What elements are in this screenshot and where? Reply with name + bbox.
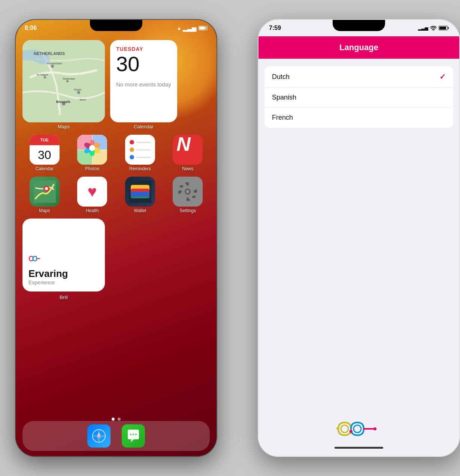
brill-widget-label: Brill: [60, 295, 68, 300]
wifi-icon-right: [430, 25, 437, 31]
app-icon-wrap-reminders: Reminders: [118, 135, 162, 171]
dock: [22, 421, 210, 451]
svg-text:Essen: Essen: [74, 88, 82, 91]
wallet-app-icon[interactable]: [125, 177, 155, 207]
signal-icon-right: ▂▃▅: [418, 25, 428, 31]
maps-icon-svg: [33, 180, 56, 203]
apps-row-2: Maps ♥ Health: [22, 177, 210, 213]
brill-logo-small-svg: [28, 255, 40, 262]
language-header: Language: [258, 36, 459, 59]
reminder-3: [130, 155, 151, 159]
svg-point-50: [341, 425, 348, 433]
calendar-widget[interactable]: TUESDAY 30 No more events today: [110, 40, 177, 122]
svg-text:Amsterdam: Amsterdam: [47, 62, 62, 65]
svg-point-54: [349, 430, 352, 433]
page-dots: [112, 418, 121, 421]
french-label: French: [272, 114, 293, 122]
calendar-app-label: Calendar: [35, 166, 54, 171]
reminder-line-2: [136, 149, 151, 150]
svg-point-19: [89, 145, 95, 151]
maps-app-icon[interactable]: [30, 177, 60, 207]
svg-point-53: [373, 427, 376, 430]
settings-gear-svg: [178, 182, 197, 201]
battery-body-right: [439, 26, 448, 30]
wifi-icon-left: ∎: [178, 25, 181, 31]
app-icon-wrap-calendar: TUE 30 Calendar: [22, 135, 67, 171]
reminders-app-label: Reminders: [129, 166, 151, 171]
svg-text:Brussels: Brussels: [56, 100, 70, 104]
time-right: 7:59: [269, 25, 281, 31]
brill-widget[interactable]: Ervaring Experience: [22, 219, 105, 292]
wallet-app-label: Wallet: [134, 208, 146, 213]
svg-rect-20: [33, 180, 56, 203]
battery-icon-left: [199, 26, 208, 30]
maps-app-label: Maps: [39, 208, 50, 213]
settings-app-icon[interactable]: [173, 177, 203, 207]
reminder-dot-1: [130, 140, 134, 144]
news-n-icon: N: [176, 135, 191, 155]
lang-bottom: [258, 408, 459, 456]
svg-text:Rotterdam: Rotterdam: [63, 77, 75, 80]
app-icon-wrap-maps: Maps: [22, 177, 67, 213]
language-item-spanish[interactable]: Spanish: [264, 88, 453, 108]
reminder-dot-2: [130, 147, 134, 152]
messages-dock-icon[interactable]: [122, 424, 145, 448]
notch-left: [90, 20, 142, 31]
svg-point-46: [130, 434, 131, 435]
svg-point-48: [135, 434, 137, 435]
settings-app-label: Settings: [180, 208, 196, 213]
brill-logo-large: [336, 419, 381, 439]
maps-widget-label: Maps: [58, 124, 70, 129]
news-app-icon[interactable]: N: [173, 135, 203, 165]
reminder-2: [130, 147, 151, 152]
time-left: 8:06: [25, 25, 37, 31]
maps-widget[interactable]: NETHERLANDS Amsterdam he Hague Rotterdam…: [22, 40, 105, 122]
home-screen: NETHERLANDS Amsterdam he Hague Rotterdam…: [16, 36, 217, 456]
apps-row-1: TUE 30 Calendar: [22, 135, 210, 171]
svg-rect-38: [180, 185, 183, 187]
svg-point-4: [77, 91, 80, 94]
notch-right: [333, 20, 385, 31]
app-icon-wrap-photos: Photos: [70, 135, 115, 171]
battery-fill-left: [199, 27, 205, 30]
health-app-icon[interactable]: ♥: [77, 177, 107, 207]
calendar-app-icon[interactable]: TUE 30: [30, 135, 60, 165]
page-dot-2: [118, 418, 121, 421]
dutch-checkmark: ✓: [439, 72, 446, 81]
svg-point-47: [133, 434, 134, 435]
brill-widget-title: Ervaring: [28, 268, 99, 280]
svg-point-51: [354, 425, 361, 433]
photos-flower-svg: [83, 139, 102, 158]
reminder-line-3: [136, 157, 151, 158]
safari-dock-icon[interactable]: [87, 424, 111, 448]
svg-point-29: [186, 190, 190, 193]
calendar-app-date: 30: [38, 145, 51, 165]
spanish-label: Spanish: [272, 94, 296, 101]
svg-point-3: [66, 80, 69, 82]
language-item-french[interactable]: French: [264, 108, 453, 128]
svg-point-49: [433, 30, 434, 31]
status-icons-left: ∎ ▂▃▅: [178, 25, 208, 32]
health-app-label: Health: [86, 208, 99, 213]
bottom-widget-row: Ervaring Experience Brill: [22, 219, 210, 300]
svg-text:Bonn: Bonn: [80, 98, 86, 101]
photos-app-label: Photos: [85, 166, 99, 171]
cal-app-day: TUE: [40, 138, 49, 142]
app-icon-wrap-settings: Settings: [166, 177, 210, 213]
maps-widget-col: NETHERLANDS Amsterdam he Hague Rotterdam…: [22, 40, 105, 129]
calendar-day: TUESDAY: [116, 46, 171, 52]
phone-left: 8:06 ∎ ▂▃▅: [15, 19, 217, 457]
photos-app-icon[interactable]: [77, 135, 107, 165]
brill-widget-subtitle: Experience: [28, 280, 99, 286]
svg-point-22: [45, 187, 48, 190]
calendar-app-top: TUE: [30, 135, 60, 145]
language-item-dutch[interactable]: Dutch ✓: [264, 66, 453, 88]
brill-col: Ervaring Experience Brill: [22, 219, 105, 300]
phone-right: 7:59 ▂▃▅ Language Dutch: [258, 19, 460, 457]
reminders-app-icon[interactable]: [125, 135, 155, 165]
status-icons-right: ▂▃▅: [418, 25, 449, 31]
svg-rect-27: [131, 192, 149, 197]
dutch-label: Dutch: [272, 73, 290, 81]
page-dot-1: [112, 418, 115, 421]
map-svg: NETHERLANDS Amsterdam he Hague Rotterdam…: [22, 40, 105, 122]
